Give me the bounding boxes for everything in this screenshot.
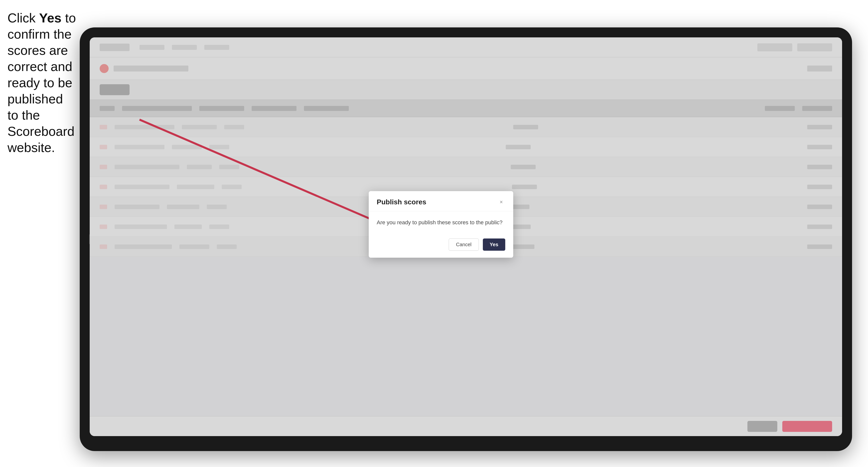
yes-emphasis: Yes (39, 11, 62, 25)
tablet-device: Publish scores × Are you ready to publis… (80, 27, 852, 451)
modal-overlay: Publish scores × Are you ready to publis… (90, 37, 842, 436)
instruction-text: Click Yes to confirm the scores are corr… (7, 10, 77, 156)
cancel-button[interactable]: Cancel (449, 239, 478, 251)
modal-header: Publish scores × (369, 191, 513, 211)
publish-scores-dialog: Publish scores × Are you ready to publis… (369, 191, 513, 258)
modal-close-button[interactable]: × (497, 198, 505, 206)
modal-message: Are you ready to publish these scores to… (377, 218, 505, 226)
modal-title: Publish scores (377, 198, 426, 206)
modal-footer: Cancel Yes (369, 234, 513, 258)
tablet-screen: Publish scores × Are you ready to publis… (90, 37, 842, 436)
screen-content: Publish scores × Are you ready to publis… (90, 37, 842, 436)
yes-button[interactable]: Yes (483, 239, 505, 251)
modal-body: Are you ready to publish these scores to… (369, 211, 513, 234)
